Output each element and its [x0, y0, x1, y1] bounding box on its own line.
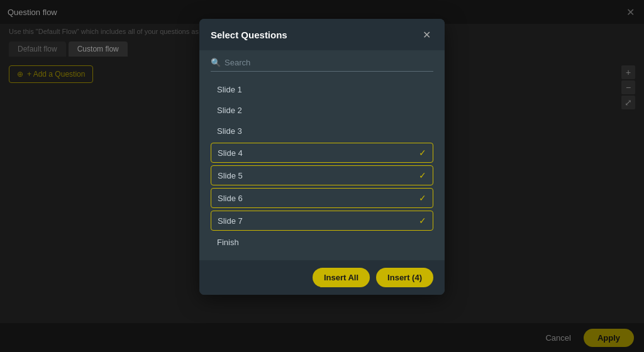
insert-button[interactable]: Insert (4): [376, 268, 433, 287]
modal-footer: Insert All Insert (4): [199, 260, 445, 295]
list-item[interactable]: Slide 2: [211, 101, 433, 119]
insert-all-button[interactable]: Insert All: [313, 268, 370, 287]
search-icon: 🔍: [211, 58, 221, 67]
list-item[interactable]: Slide 6✓: [211, 188, 433, 208]
modal-search-area: 🔍: [199, 50, 445, 74]
list-item[interactable]: Slide 1: [211, 80, 433, 99]
questions-list: Slide 1Slide 2Slide 3Slide 4✓Slide 5✓Sli…: [199, 74, 445, 260]
list-item[interactable]: Slide 7✓: [211, 211, 433, 231]
checkmark-icon: ✓: [419, 216, 426, 226]
modal-overlay: Select Questions ✕ 🔍 Slide 1Slide 2Slide…: [0, 0, 644, 352]
search-input[interactable]: [225, 58, 433, 67]
checkmark-icon: ✓: [419, 193, 426, 203]
modal-close-button[interactable]: ✕: [419, 28, 433, 41]
search-wrapper: 🔍: [211, 58, 433, 72]
modal-header: Select Questions ✕: [199, 19, 445, 50]
checkmark-icon: ✓: [419, 148, 426, 158]
checkmark-icon: ✓: [419, 170, 426, 180]
modal-title: Select Questions: [211, 30, 287, 40]
list-item[interactable]: Slide 5✓: [211, 165, 433, 185]
list-item[interactable]: Finish: [211, 233, 433, 251]
list-item[interactable]: Slide 3: [211, 122, 433, 140]
select-questions-modal: Select Questions ✕ 🔍 Slide 1Slide 2Slide…: [199, 19, 445, 295]
list-item[interactable]: Slide 4✓: [211, 143, 433, 163]
